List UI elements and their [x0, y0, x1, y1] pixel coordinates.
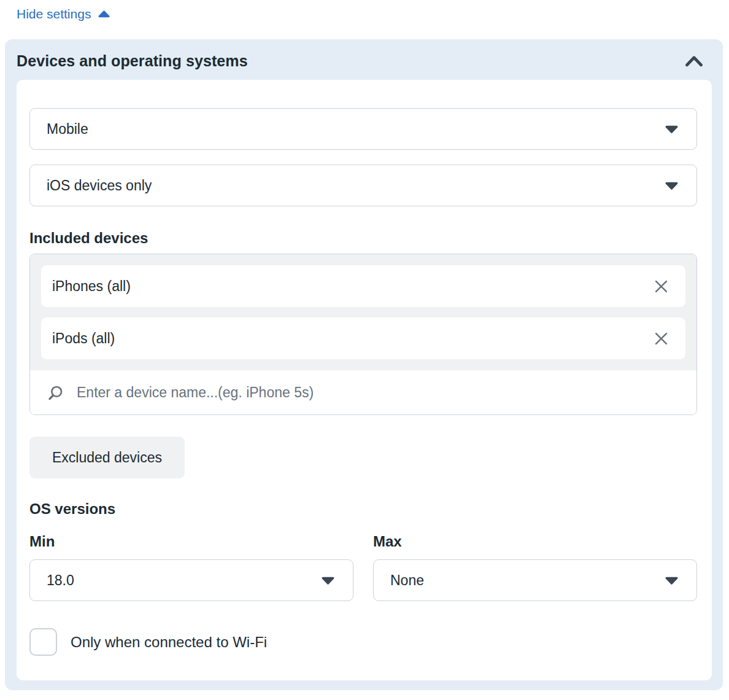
devices-settings-panel: Devices and operating systems Mobile iOS…	[5, 39, 723, 690]
remove-device-button[interactable]	[652, 277, 671, 296]
panel-title: Devices and operating systems	[17, 52, 248, 70]
min-version-column: Min 18.0	[29, 533, 353, 601]
included-devices-widget: iPhones (all) iPods (all)	[29, 254, 697, 415]
device-type-dropdown[interactable]: Mobile	[29, 108, 697, 150]
max-version-value: None	[390, 572, 424, 589]
hide-settings-link[interactable]: Hide settings	[17, 7, 110, 21]
remove-device-button[interactable]	[652, 329, 671, 348]
wifi-only-row: Only when connected to Wi-Fi	[29, 628, 697, 656]
search-icon	[47, 384, 64, 401]
triangle-up-icon	[98, 10, 110, 18]
min-version-dropdown[interactable]: 18.0	[29, 559, 353, 601]
device-chip-ipods: iPods (all)	[41, 317, 685, 359]
caret-down-icon	[665, 182, 678, 190]
included-devices-list: iPhones (all) iPods (all)	[30, 254, 696, 370]
wifi-only-checkbox[interactable]	[29, 628, 57, 656]
device-search-bar	[30, 370, 696, 414]
hide-settings-label: Hide settings	[17, 7, 91, 21]
caret-down-icon	[322, 577, 334, 585]
os-filter-value: iOS devices only	[47, 177, 152, 194]
min-version-value: 18.0	[47, 572, 74, 589]
max-label: Max	[373, 533, 697, 550]
os-filter-dropdown[interactable]: iOS devices only	[29, 165, 697, 206]
wifi-only-label: Only when connected to Wi-Fi	[71, 634, 267, 651]
chevron-up-icon	[685, 55, 703, 67]
os-version-range: Min 18.0 Max None	[29, 533, 697, 601]
min-label: Min	[29, 533, 353, 550]
device-chip-label: iPhones (all)	[52, 278, 131, 295]
max-version-column: Max None	[373, 533, 697, 601]
included-devices-label: Included devices	[29, 230, 697, 247]
device-type-value: Mobile	[47, 121, 88, 138]
caret-down-icon	[665, 577, 678, 585]
os-versions-label: OS versions	[29, 500, 697, 518]
device-chip-iphones: iPhones (all)	[41, 265, 685, 307]
settings-card: Mobile iOS devices only Included devices…	[17, 80, 712, 680]
collapse-section-button[interactable]	[685, 55, 703, 67]
device-search-input[interactable]	[77, 384, 684, 401]
max-version-dropdown[interactable]: None	[373, 559, 697, 601]
panel-header: Devices and operating systems	[17, 52, 712, 69]
device-chip-label: iPods (all)	[52, 330, 115, 347]
close-icon	[653, 330, 669, 347]
caret-down-icon	[665, 125, 678, 133]
close-icon	[653, 278, 669, 295]
excluded-devices-button[interactable]: Excluded devices	[29, 437, 185, 478]
